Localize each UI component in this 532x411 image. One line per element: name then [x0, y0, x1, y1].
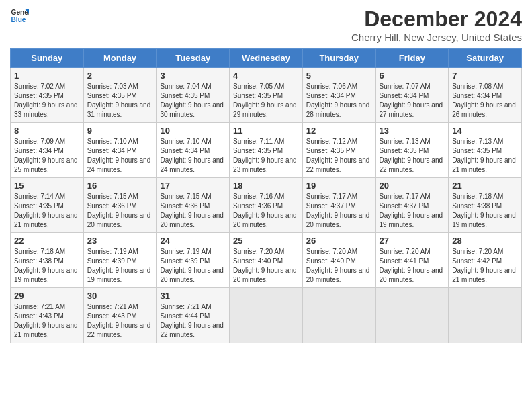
day-info: Sunrise: 7:20 AMSunset: 4:41 PMDaylight:… [380, 248, 443, 283]
day-number: 1 [14, 71, 80, 81]
day-info: Sunrise: 7:17 AMSunset: 4:37 PMDaylight:… [380, 193, 443, 228]
calendar-cell: 11Sunrise: 7:11 AMSunset: 4:35 PMDayligh… [230, 123, 303, 178]
day-info: Sunrise: 7:16 AMSunset: 4:36 PMDaylight:… [233, 193, 297, 228]
calendar-cell [375, 288, 449, 343]
day-number: 26 [306, 236, 372, 246]
calendar-cell: 5Sunrise: 7:06 AMSunset: 4:34 PMDaylight… [302, 68, 375, 123]
calendar-cell: 7Sunrise: 7:08 AMSunset: 4:34 PMDaylight… [449, 68, 522, 123]
calendar-cell: 16Sunrise: 7:15 AMSunset: 4:36 PMDayligh… [83, 178, 157, 233]
day-number: 17 [160, 181, 226, 191]
day-number: 24 [160, 236, 226, 246]
day-info: Sunrise: 7:18 AMSunset: 4:38 PMDaylight:… [452, 193, 516, 228]
header: General Blue December 2024 Cherry Hill, … [10, 7, 522, 43]
calendar-cell: 14Sunrise: 7:13 AMSunset: 4:35 PMDayligh… [449, 123, 522, 178]
day-number: 30 [87, 291, 153, 301]
header-row: SundayMondayTuesdayWednesdayThursdayFrid… [11, 49, 522, 68]
calendar-cell: 13Sunrise: 7:13 AMSunset: 4:35 PMDayligh… [375, 123, 449, 178]
day-number: 10 [160, 126, 226, 136]
day-info: Sunrise: 7:10 AMSunset: 4:34 PMDaylight:… [160, 138, 224, 173]
calendar-cell [230, 288, 303, 343]
calendar-cell: 2Sunrise: 7:03 AMSunset: 4:35 PMDaylight… [83, 68, 157, 123]
logo: General Blue [10, 7, 29, 26]
day-number: 27 [380, 236, 445, 246]
calendar-cell: 18Sunrise: 7:16 AMSunset: 4:36 PMDayligh… [230, 178, 303, 233]
day-info: Sunrise: 7:05 AMSunset: 4:35 PMDaylight:… [233, 83, 297, 118]
day-number: 4 [233, 71, 299, 81]
calendar-cell [449, 288, 522, 343]
day-number: 25 [233, 236, 299, 246]
day-info: Sunrise: 7:20 AMSunset: 4:40 PMDaylight:… [233, 248, 297, 283]
calendar-cell: 17Sunrise: 7:15 AMSunset: 4:36 PMDayligh… [157, 178, 230, 233]
subtitle: Cherry Hill, New Jersey, United States [351, 32, 522, 43]
header-day-tuesday: Tuesday [157, 49, 230, 68]
day-info: Sunrise: 7:09 AMSunset: 4:34 PMDaylight:… [14, 138, 78, 173]
day-number: 3 [160, 71, 226, 81]
calendar-cell: 6Sunrise: 7:07 AMSunset: 4:34 PMDaylight… [375, 68, 449, 123]
day-info: Sunrise: 7:19 AMSunset: 4:39 PMDaylight:… [160, 248, 224, 283]
day-number: 2 [87, 71, 153, 81]
header-day-sunday: Sunday [11, 49, 84, 68]
day-info: Sunrise: 7:13 AMSunset: 4:35 PMDaylight:… [452, 138, 516, 173]
day-number: 9 [87, 126, 153, 136]
calendar-header: SundayMondayTuesdayWednesdayThursdayFrid… [11, 49, 522, 68]
calendar-cell: 20Sunrise: 7:17 AMSunset: 4:37 PMDayligh… [375, 178, 449, 233]
calendar-cell: 15Sunrise: 7:14 AMSunset: 4:35 PMDayligh… [11, 178, 84, 233]
calendar-cell: 4Sunrise: 7:05 AMSunset: 4:35 PMDaylight… [230, 68, 303, 123]
main-title: December 2024 [351, 7, 522, 32]
header-day-monday: Monday [83, 49, 157, 68]
day-info: Sunrise: 7:14 AMSunset: 4:35 PMDaylight:… [14, 193, 78, 228]
calendar-cell: 24Sunrise: 7:19 AMSunset: 4:39 PMDayligh… [157, 233, 230, 288]
day-info: Sunrise: 7:15 AMSunset: 4:36 PMDaylight:… [87, 193, 151, 228]
svg-text:Blue: Blue [11, 16, 26, 24]
day-info: Sunrise: 7:21 AMSunset: 4:44 PMDaylight:… [160, 303, 224, 338]
day-info: Sunrise: 7:06 AMSunset: 4:34 PMDaylight:… [306, 83, 370, 118]
day-info: Sunrise: 7:15 AMSunset: 4:36 PMDaylight:… [160, 193, 224, 228]
title-area: December 2024 Cherry Hill, New Jersey, U… [351, 7, 522, 43]
calendar-cell: 9Sunrise: 7:10 AMSunset: 4:34 PMDaylight… [83, 123, 157, 178]
day-info: Sunrise: 7:20 AMSunset: 4:42 PMDaylight:… [452, 248, 516, 283]
day-number: 18 [233, 181, 299, 191]
day-info: Sunrise: 7:19 AMSunset: 4:39 PMDaylight:… [87, 248, 151, 283]
day-info: Sunrise: 7:11 AMSunset: 4:35 PMDaylight:… [233, 138, 297, 173]
day-number: 13 [380, 126, 445, 136]
day-number: 29 [14, 291, 80, 301]
day-info: Sunrise: 7:20 AMSunset: 4:40 PMDaylight:… [306, 248, 370, 283]
calendar-cell: 31Sunrise: 7:21 AMSunset: 4:44 PMDayligh… [157, 288, 230, 343]
day-info: Sunrise: 7:08 AMSunset: 4:34 PMDaylight:… [452, 83, 516, 118]
day-number: 19 [306, 181, 372, 191]
day-number: 11 [233, 126, 299, 136]
day-number: 22 [14, 236, 80, 246]
day-info: Sunrise: 7:03 AMSunset: 4:35 PMDaylight:… [87, 83, 151, 118]
day-number: 14 [452, 126, 518, 136]
calendar-cell: 8Sunrise: 7:09 AMSunset: 4:34 PMDaylight… [11, 123, 84, 178]
day-number: 16 [87, 181, 153, 191]
day-info: Sunrise: 7:02 AMSunset: 4:35 PMDaylight:… [14, 83, 78, 118]
calendar-cell [302, 288, 375, 343]
calendar-cell: 26Sunrise: 7:20 AMSunset: 4:40 PMDayligh… [302, 233, 375, 288]
calendar-cell: 19Sunrise: 7:17 AMSunset: 4:37 PMDayligh… [302, 178, 375, 233]
day-info: Sunrise: 7:07 AMSunset: 4:34 PMDaylight:… [380, 83, 443, 118]
calendar-cell: 12Sunrise: 7:12 AMSunset: 4:35 PMDayligh… [302, 123, 375, 178]
calendar-body: 1Sunrise: 7:02 AMSunset: 4:35 PMDaylight… [11, 68, 522, 343]
day-number: 6 [380, 71, 445, 81]
day-info: Sunrise: 7:17 AMSunset: 4:37 PMDaylight:… [306, 193, 370, 228]
day-info: Sunrise: 7:21 AMSunset: 4:43 PMDaylight:… [87, 303, 151, 338]
day-info: Sunrise: 7:13 AMSunset: 4:35 PMDaylight:… [380, 138, 443, 173]
day-number: 28 [452, 236, 518, 246]
header-day-thursday: Thursday [302, 49, 375, 68]
day-number: 7 [452, 71, 518, 81]
day-number: 15 [14, 181, 80, 191]
calendar-cell: 3Sunrise: 7:04 AMSunset: 4:35 PMDaylight… [157, 68, 230, 123]
header-day-friday: Friday [375, 49, 449, 68]
day-number: 5 [306, 71, 372, 81]
header-day-saturday: Saturday [449, 49, 522, 68]
calendar-cell: 29Sunrise: 7:21 AMSunset: 4:43 PMDayligh… [11, 288, 84, 343]
day-number: 20 [380, 181, 445, 191]
day-number: 12 [306, 126, 372, 136]
calendar-cell: 28Sunrise: 7:20 AMSunset: 4:42 PMDayligh… [449, 233, 522, 288]
day-number: 8 [14, 126, 80, 136]
calendar-cell: 30Sunrise: 7:21 AMSunset: 4:43 PMDayligh… [83, 288, 157, 343]
day-number: 21 [452, 181, 518, 191]
day-number: 31 [160, 291, 226, 301]
calendar-cell: 27Sunrise: 7:20 AMSunset: 4:41 PMDayligh… [375, 233, 449, 288]
